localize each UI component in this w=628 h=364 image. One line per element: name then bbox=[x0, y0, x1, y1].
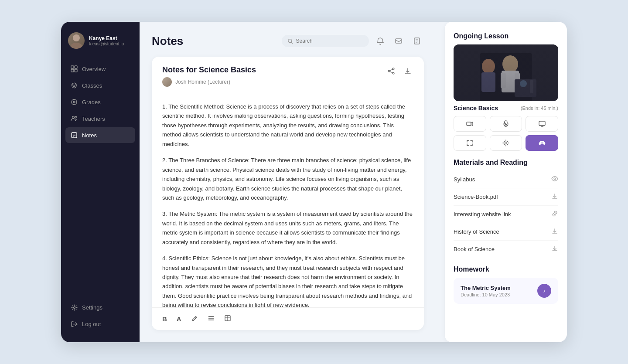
notes-lecturer: Josh Homme (Lecturer) bbox=[162, 77, 256, 87]
homework-card: The Metric System Deadline: 10 May 2023 … bbox=[454, 278, 558, 304]
fullscreen-button[interactable] bbox=[454, 135, 486, 151]
underline-button[interactable]: A bbox=[175, 313, 183, 324]
materials-section: Materials and Reading SyllabusScience-Bo… bbox=[454, 159, 558, 258]
share-button[interactable] bbox=[386, 65, 397, 78]
settings-icon bbox=[71, 304, 78, 311]
materials-list: SyllabusScience-Book.pdfInteresting webs… bbox=[454, 171, 558, 258]
mail-icon[interactable] bbox=[392, 34, 406, 48]
material-label: Syllabus bbox=[454, 176, 475, 183]
lesson-timer: (Ends in: 45 min.) bbox=[521, 105, 558, 111]
notes-card-header: Notes for Science Basics Josh Homme (Lec… bbox=[152, 57, 424, 93]
mic-button[interactable] bbox=[490, 116, 522, 132]
svg-point-23 bbox=[392, 68, 394, 70]
bold-button[interactable]: B bbox=[160, 313, 169, 324]
sidebar-user: Kanye East k.east@student.io bbox=[61, 32, 140, 61]
svg-rect-4 bbox=[71, 69, 74, 72]
notes-card-title: Notes for Science Basics bbox=[162, 65, 256, 75]
svg-rect-3 bbox=[75, 66, 77, 68]
gear-button[interactable] bbox=[490, 135, 522, 151]
screen-share-button[interactable] bbox=[526, 116, 558, 132]
lesson-controls bbox=[454, 116, 558, 151]
material-item-syllabus: Syllabus bbox=[454, 171, 558, 188]
material-action-icon[interactable] bbox=[551, 193, 558, 201]
notes-paragraph: 3. The Metric System: The metric system … bbox=[162, 209, 413, 247]
svg-line-17 bbox=[291, 42, 293, 43]
sidebar-bottom: SettingsLog out bbox=[61, 299, 140, 332]
sidebar-item-notes[interactable]: Notes bbox=[65, 127, 135, 143]
sidebar-item-teachers[interactable]: Teachers bbox=[65, 111, 135, 126]
svg-point-14 bbox=[73, 306, 75, 308]
material-action-icon[interactable] bbox=[551, 210, 558, 218]
homework-arrow-button[interactable]: › bbox=[537, 284, 551, 298]
list-button[interactable] bbox=[206, 313, 216, 325]
material-action-icon[interactable] bbox=[551, 245, 558, 253]
homework-assignment-title: The Metric System bbox=[461, 285, 511, 291]
sidebar-item-label: Notes bbox=[82, 132, 97, 139]
highlight-button[interactable] bbox=[189, 313, 200, 325]
notes-card-actions bbox=[386, 65, 413, 78]
notes-content: 1. The Scientific Method: Science is a p… bbox=[152, 93, 424, 307]
notes-card: Notes for Science Basics Josh Homme (Lec… bbox=[152, 57, 424, 330]
svg-point-25 bbox=[392, 72, 394, 74]
page-title: Notes bbox=[152, 34, 183, 48]
svg-point-24 bbox=[388, 70, 390, 72]
lecturer-avatar bbox=[162, 77, 172, 87]
lecturer-name: Josh Homme (Lecturer) bbox=[175, 79, 230, 85]
ongoing-lesson-section: Ongoing Lesson bbox=[454, 32, 558, 151]
homework-title: Homework bbox=[454, 265, 558, 273]
svg-rect-18 bbox=[396, 39, 402, 43]
main-header: Notes bbox=[152, 34, 424, 48]
sidebar-item-settings[interactable]: Settings bbox=[65, 299, 135, 315]
svg-point-8 bbox=[72, 116, 75, 119]
svg-point-1 bbox=[71, 43, 82, 49]
overview-icon bbox=[71, 65, 78, 72]
user-name: Kanye East bbox=[89, 35, 124, 41]
material-label: Book of Science bbox=[454, 246, 495, 252]
svg-point-55 bbox=[554, 178, 556, 180]
end-call-button[interactable] bbox=[526, 135, 558, 151]
notes-paragraph: 4. Scientific Ethics: Science is not jus… bbox=[162, 254, 413, 307]
material-label: Interesting website link bbox=[454, 211, 511, 218]
header-actions bbox=[282, 34, 424, 48]
svg-point-9 bbox=[75, 116, 77, 118]
material-action-icon[interactable] bbox=[551, 175, 558, 184]
sidebar-item-overview[interactable]: Overview bbox=[65, 61, 135, 77]
search-bar[interactable] bbox=[282, 35, 369, 47]
lesson-info: Science Basics (Ends in: 45 min.) bbox=[454, 105, 558, 112]
sidebar-item-label: Settings bbox=[82, 304, 102, 311]
ongoing-lesson-title: Ongoing Lesson bbox=[454, 32, 558, 40]
svg-point-6 bbox=[72, 99, 77, 105]
sidebar: Kanye East k.east@student.io OverviewCla… bbox=[61, 22, 140, 342]
table-button[interactable] bbox=[222, 313, 233, 325]
avatar bbox=[68, 32, 85, 49]
material-item-book-of-science: Book of Science bbox=[454, 241, 558, 258]
svg-line-27 bbox=[390, 71, 392, 73]
sidebar-nav: OverviewClassesGradesTeachersNotes bbox=[61, 61, 140, 299]
svg-point-54 bbox=[505, 142, 507, 144]
search-input[interactable] bbox=[296, 38, 363, 44]
sidebar-item-classes[interactable]: Classes bbox=[65, 78, 135, 93]
material-action-icon[interactable] bbox=[551, 228, 558, 236]
download-button[interactable] bbox=[402, 65, 413, 78]
svg-rect-45 bbox=[454, 44, 558, 101]
document-icon[interactable] bbox=[410, 34, 424, 48]
notes-icon bbox=[71, 132, 78, 139]
svg-point-7 bbox=[73, 101, 75, 103]
sidebar-item-label: Classes bbox=[82, 82, 102, 89]
material-label: History of Science bbox=[454, 228, 499, 235]
sidebar-item-logout[interactable]: Log out bbox=[65, 316, 135, 332]
homework-section: Homework The Metric System Deadline: 10 … bbox=[454, 265, 558, 304]
materials-title: Materials and Reading bbox=[454, 159, 558, 167]
main-content: Notes bbox=[140, 22, 436, 342]
search-icon bbox=[288, 38, 293, 44]
right-panel: Ongoing Lesson bbox=[445, 22, 567, 342]
svg-rect-5 bbox=[75, 69, 77, 72]
svg-rect-51 bbox=[539, 121, 545, 126]
lesson-thumbnail bbox=[454, 44, 558, 101]
video-button[interactable] bbox=[454, 116, 486, 132]
lesson-name: Science Basics bbox=[454, 105, 498, 112]
svg-line-26 bbox=[390, 69, 392, 71]
bell-icon[interactable] bbox=[373, 34, 387, 48]
sidebar-item-grades[interactable]: Grades bbox=[65, 94, 135, 110]
sidebar-item-label: Log out bbox=[82, 321, 101, 327]
